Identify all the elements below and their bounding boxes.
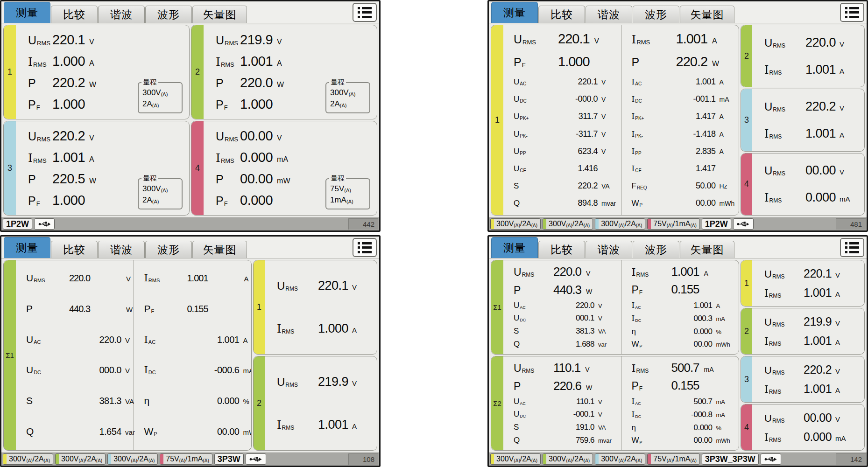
tab-vector[interactable]: 矢量图 <box>192 6 247 23</box>
label-subscript: RMS <box>769 293 782 299</box>
channel-stripe: 4 <box>741 404 752 450</box>
channel-number: 3 <box>744 115 749 125</box>
tab-waveform[interactable]: 波形 <box>633 241 679 258</box>
measurement-unit: V <box>586 270 590 277</box>
measurement-row: IRMS0.000mA <box>216 150 372 165</box>
label-subscript: RMS <box>285 382 298 388</box>
label-letter: I <box>632 77 635 86</box>
measurement-area: 1URMS220.1VIRMS1.000AP220.2WPF1.000量程300… <box>1 23 379 217</box>
label-subscript: AC <box>148 339 155 345</box>
measurement-unit: V <box>352 379 357 387</box>
tab-harmonics[interactable]: 谐波 <box>98 6 145 23</box>
measurement-unit: V <box>601 131 606 138</box>
range-text: 2A <box>142 99 152 108</box>
measurement-row: S191.0VA <box>514 423 621 432</box>
label-letter: I <box>764 287 769 299</box>
tab-compare[interactable]: 比较 <box>51 241 98 258</box>
tab-measure[interactable]: 测量 <box>491 237 538 258</box>
tab-waveform[interactable]: 波形 <box>145 241 192 258</box>
measurement-label: WP <box>632 436 668 445</box>
channel-number: 1 <box>744 279 749 288</box>
measurement-value: 1.000 <box>558 54 590 70</box>
label-letter: P <box>632 56 640 69</box>
measurement-row: IDC-000.6mA <box>144 364 252 376</box>
label-subscript: RMS <box>522 272 535 278</box>
measurement-unit: VA <box>598 328 606 335</box>
tab-measure[interactable]: 测量 <box>491 2 538 23</box>
tab-harmonics[interactable]: 谐波 <box>586 241 632 258</box>
measurement-label: IRMS <box>28 55 52 69</box>
measurement-value: 311.7 <box>551 112 598 121</box>
tab-compare[interactable]: 比较 <box>51 6 98 23</box>
measurement-value: 0.000 <box>668 327 713 336</box>
range-line: 2A(A) <box>142 195 178 206</box>
measurement-value: 759.6 <box>550 436 594 445</box>
tab-compare[interactable]: 比较 <box>538 6 585 23</box>
measurement-label: S <box>514 327 550 336</box>
menu-button[interactable] <box>840 238 864 257</box>
measurement-row: URMS219.9V <box>216 32 372 48</box>
measurement-label: URMS <box>514 266 553 279</box>
measurement-unit: V <box>89 134 94 142</box>
measurement-value: 1.001 <box>187 273 240 284</box>
measurement-value: 220.2 <box>676 54 708 70</box>
tab-vector[interactable]: 矢量图 <box>680 241 734 258</box>
measurement-value: 381.3 <box>69 396 121 406</box>
tab-waveform[interactable]: 波形 <box>633 6 679 23</box>
measurement-value: 220.2 <box>551 181 598 191</box>
label-subscript: RMS <box>148 278 160 283</box>
label-letter: I <box>632 112 635 121</box>
measurement-unit: A <box>352 422 357 430</box>
range-text: 300V <box>496 455 514 463</box>
label-letter: P <box>28 77 36 90</box>
channel-stripe: 3 <box>741 89 752 151</box>
range-text: 2A <box>142 195 152 204</box>
measurement-unit: VA <box>598 424 606 431</box>
measurement-unit: mA <box>716 411 726 418</box>
measurement-unit: mWh <box>243 428 252 436</box>
measurement-unit: A <box>840 67 844 75</box>
channel-stripe: 2 <box>191 25 204 119</box>
range-subscript: (A) <box>349 91 356 97</box>
list-menu-icon <box>845 7 859 18</box>
label-letter: S <box>26 395 33 406</box>
range-line: 1mA(A) <box>330 195 366 206</box>
measurement-unit: V <box>835 367 840 375</box>
range-subscript: (A) <box>148 458 155 463</box>
measurement-value: -000.1 <box>550 410 594 419</box>
label-subscript: PP <box>520 151 526 156</box>
measurement-value: 381.3 <box>550 327 594 336</box>
tab-waveform[interactable]: 波形 <box>145 6 192 23</box>
tab-compare[interactable]: 比较 <box>538 241 585 258</box>
measurement-label: URMS <box>28 34 52 47</box>
channel-number: 4 <box>195 163 200 173</box>
measurement-unit: A <box>89 59 94 68</box>
menu-button[interactable] <box>353 3 377 22</box>
measurement-row: WP00.00mWh <box>632 436 739 445</box>
measurement-unit: A <box>352 326 357 334</box>
measurement-unit: mA <box>716 398 726 405</box>
tab-harmonics[interactable]: 谐波 <box>98 241 145 258</box>
menu-button[interactable] <box>840 3 864 22</box>
tab-measure[interactable]: 测量 <box>4 2 50 23</box>
measurement-row: PF0.155 <box>632 378 739 393</box>
measurement-label: IRMS <box>764 287 804 300</box>
range-chip: 300V(A)/2A(A) <box>595 218 645 230</box>
tab-vector[interactable]: 矢量图 <box>192 241 247 258</box>
range-subscript: (A) <box>636 458 642 463</box>
measurement-value: 1.001 <box>187 335 240 345</box>
label-subscript: RMS <box>636 39 650 46</box>
menu-button[interactable] <box>353 238 377 257</box>
measurement-label: P <box>216 77 240 90</box>
tab-measure[interactable]: 测量 <box>4 237 50 258</box>
measurement-row: URMS220.2V <box>764 363 860 376</box>
tab-vector[interactable]: 矢量图 <box>680 6 734 23</box>
measurement-row: IPP2.835A <box>632 146 739 156</box>
tab-harmonics[interactable]: 谐波 <box>586 6 632 23</box>
measurement-row: η0.000% <box>144 395 252 406</box>
measurement-value: 219.9 <box>804 315 832 328</box>
summary-panel-Σ2: Σ2URMS110.1VP220.6WUAC110.1VUDC-000.1VS1… <box>491 356 739 451</box>
measurement-row: P220.2W <box>632 54 739 70</box>
measurement-value: -000.6 <box>187 365 240 376</box>
measurement-value: 500.7 <box>671 361 699 375</box>
